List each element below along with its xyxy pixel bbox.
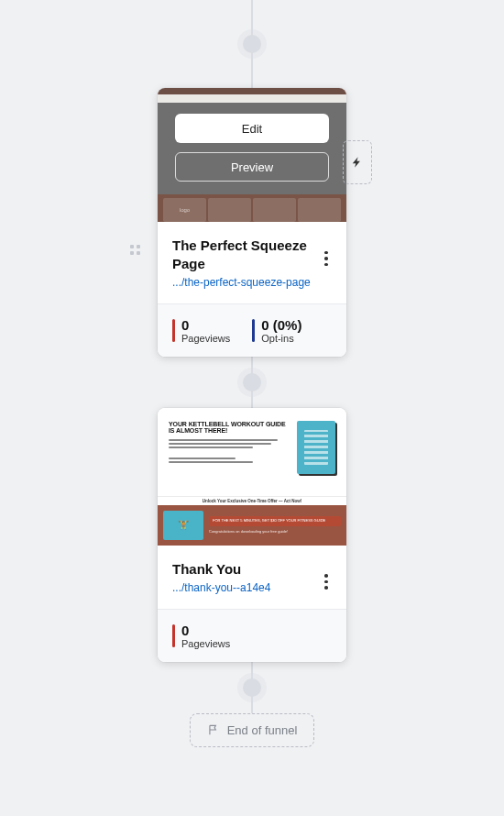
flag-icon	[207, 723, 220, 736]
connector-node[interactable]	[243, 373, 261, 391]
preview-button[interactable]: Preview	[175, 152, 329, 182]
page-preview: YOUR KETTLEBELL WORKOUT GUIDE IS ALMOST …	[158, 408, 346, 546]
edit-button[interactable]: Edit	[175, 114, 329, 143]
bolt-icon	[351, 156, 364, 169]
page-title: Thank You	[172, 560, 310, 579]
funnel-step-card[interactable]: YOUR KETTLEBELL WORKOUT GUIDE IS ALMOST …	[158, 408, 346, 662]
more-options-icon[interactable]	[317, 248, 335, 270]
stats-row: 0 Pageviews	[158, 610, 346, 662]
drag-handle-icon[interactable]	[126, 240, 144, 259]
connector-node[interactable]	[243, 678, 261, 697]
page-title: The Perfect Squeeze Page	[172, 237, 310, 272]
end-of-funnel-marker[interactable]: End of funnel	[190, 713, 315, 747]
promo-badge: FOR THE NEXT 5 MINUTES, GET $30 OFF YOUR…	[209, 516, 341, 525]
browser-bar	[158, 94, 346, 103]
page-url-link[interactable]: .../the-perfect-squeeze-page	[172, 276, 332, 291]
card-info: Thank You .../thank-you--a14e4	[158, 546, 346, 610]
promo-subtext: Congratulations on downloading your free…	[209, 529, 341, 534]
stat-pageviews: 0 Pageviews	[172, 317, 230, 344]
funnel-flow: Edit Preview logo The Perfect Squeeze Pa…	[158, 0, 346, 747]
connector-line	[251, 50, 253, 88]
automation-button[interactable]	[343, 140, 372, 184]
funnel-step-card[interactable]: Edit Preview logo The Perfect Squeeze Pa…	[158, 88, 346, 357]
end-of-funnel-label: End of funnel	[227, 723, 298, 737]
card-info: The Perfect Squeeze Page .../the-perfect…	[158, 222, 346, 304]
stat-optins: 0 (0%) Opt-ins	[252, 317, 301, 344]
page-url-link[interactable]: .../thank-you--a14e4	[172, 581, 332, 596]
more-options-icon[interactable]	[317, 571, 335, 593]
preview-thumbnail-tabs: logo	[158, 194, 346, 222]
preview-headline: YOUR KETTLEBELL WORKOUT GUIDE IS ALMOST …	[169, 421, 290, 435]
stats-row: 0 Pageviews 0 (0%) Opt-ins	[158, 304, 346, 357]
page-preview: Edit Preview logo	[158, 88, 346, 222]
book-cover-icon	[297, 421, 335, 474]
connector-line	[251, 0, 253, 39]
stat-pageviews: 0 Pageviews	[172, 623, 230, 649]
connector-node[interactable]	[243, 35, 261, 53]
preview-banner: Unlock Your Exclusive One-Time Offer — A…	[158, 496, 346, 505]
promo-image-icon: 🏋	[163, 511, 203, 540]
